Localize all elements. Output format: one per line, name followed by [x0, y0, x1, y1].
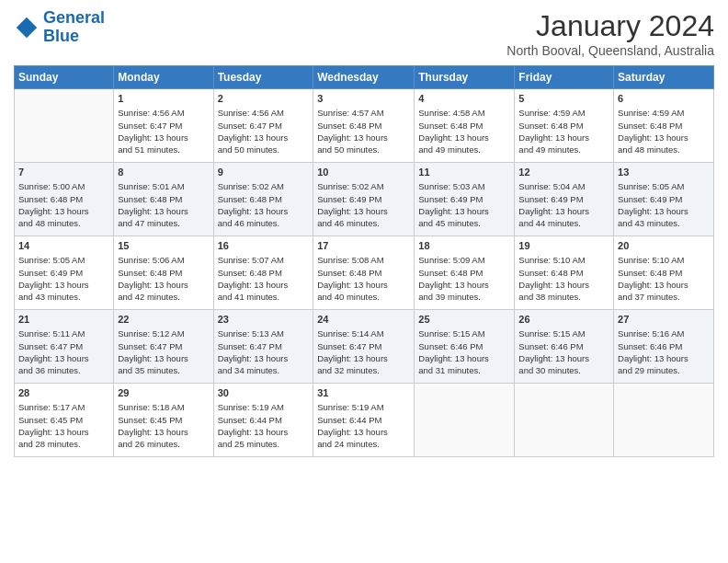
day-info-line: Sunrise: 4:59 AM — [618, 107, 710, 119]
day-number: 10 — [317, 166, 410, 179]
day-info-line: Daylight: 13 hours — [18, 279, 109, 291]
day-info-line: Sunrise: 5:11 AM — [18, 327, 109, 339]
weekday-header: Wednesday — [313, 66, 415, 89]
day-info-line: Daylight: 13 hours — [18, 352, 109, 364]
day-info-line: Sunrise: 4:58 AM — [418, 107, 510, 119]
calendar-cell — [614, 384, 714, 457]
day-info-line: Sunset: 6:48 PM — [218, 193, 310, 205]
day-info-line: Sunset: 6:47 PM — [218, 120, 310, 132]
day-info-line: Sunrise: 5:02 AM — [317, 180, 410, 192]
day-info-line: and 48 minutes. — [18, 217, 109, 229]
calendar-cell: 24Sunrise: 5:14 AMSunset: 6:47 PMDayligh… — [313, 310, 415, 384]
day-number: 29 — [118, 386, 209, 400]
day-info-line: Sunset: 6:48 PM — [317, 267, 410, 279]
day-info-line: Sunset: 6:48 PM — [618, 267, 710, 279]
calendar-cell: 1Sunrise: 4:56 AMSunset: 6:47 PMDaylight… — [114, 89, 213, 163]
day-info-line: and 34 minutes. — [218, 364, 310, 376]
day-info-line: Sunset: 6:47 PM — [118, 340, 209, 352]
day-info-line: Daylight: 13 hours — [317, 205, 410, 217]
calendar-cell: 22Sunrise: 5:12 AMSunset: 6:47 PMDayligh… — [114, 310, 213, 384]
day-info-line: Sunset: 6:49 PM — [18, 267, 109, 279]
day-info-line: Sunset: 6:49 PM — [418, 193, 510, 205]
calendar-cell: 26Sunrise: 5:15 AMSunset: 6:46 PMDayligh… — [515, 310, 614, 384]
day-info-line: Sunrise: 5:17 AM — [18, 401, 109, 413]
calendar-cell: 10Sunrise: 5:02 AMSunset: 6:49 PMDayligh… — [313, 163, 415, 236]
day-info-line: Sunset: 6:46 PM — [518, 340, 609, 352]
day-info-line: Sunrise: 5:03 AM — [418, 180, 510, 192]
day-number: 7 — [18, 166, 109, 179]
calendar-cell: 12Sunrise: 5:04 AMSunset: 6:49 PMDayligh… — [515, 163, 614, 236]
day-info-line: Daylight: 13 hours — [118, 205, 209, 217]
day-info-line: Daylight: 13 hours — [317, 426, 410, 438]
day-info-line: and 43 minutes. — [618, 217, 710, 229]
month-title: January 2024 — [506, 9, 714, 43]
day-info-line: Sunrise: 5:18 AM — [118, 401, 209, 413]
day-info-line: Sunset: 6:47 PM — [317, 340, 410, 352]
calendar-cell: 6Sunrise: 4:59 AMSunset: 6:48 PMDaylight… — [614, 89, 714, 163]
day-info-line: Sunset: 6:45 PM — [118, 414, 209, 426]
day-number: 31 — [317, 386, 410, 400]
day-info-line: Sunrise: 5:02 AM — [218, 180, 310, 192]
calendar-cell: 15Sunrise: 5:06 AMSunset: 6:48 PMDayligh… — [114, 236, 213, 310]
title-block: January 2024 North Booval, Queensland, A… — [506, 9, 714, 58]
calendar-cell: 8Sunrise: 5:01 AMSunset: 6:48 PMDaylight… — [114, 163, 213, 236]
calendar-cell: 16Sunrise: 5:07 AMSunset: 6:48 PMDayligh… — [213, 236, 313, 310]
day-info-line: Sunset: 6:48 PM — [418, 120, 510, 132]
day-info-line: Daylight: 13 hours — [518, 132, 609, 144]
day-info-line: Sunset: 6:47 PM — [18, 340, 109, 352]
day-number: 23 — [218, 313, 310, 327]
day-number: 26 — [518, 313, 609, 327]
day-info-line: Daylight: 13 hours — [317, 279, 410, 291]
calendar-cell: 20Sunrise: 5:10 AMSunset: 6:48 PMDayligh… — [614, 236, 714, 310]
weekday-header: Tuesday — [213, 66, 313, 89]
day-info-line: Daylight: 13 hours — [218, 132, 310, 144]
day-info-line: Sunset: 6:48 PM — [118, 193, 209, 205]
day-info-line: Sunrise: 4:56 AM — [118, 107, 209, 119]
calendar-cell: 21Sunrise: 5:11 AMSunset: 6:47 PMDayligh… — [15, 310, 114, 384]
day-info-line: and 31 minutes. — [418, 364, 510, 376]
day-info-line: Sunrise: 5:09 AM — [418, 254, 510, 266]
day-number: 22 — [118, 313, 209, 327]
day-info-line: Sunrise: 5:12 AM — [118, 327, 209, 339]
day-number: 4 — [418, 92, 510, 106]
day-info-line: Daylight: 13 hours — [18, 205, 109, 217]
calendar-cell: 5Sunrise: 4:59 AMSunset: 6:48 PMDaylight… — [515, 89, 614, 163]
calendar-cell: 2Sunrise: 4:56 AMSunset: 6:47 PMDaylight… — [213, 89, 313, 163]
day-number: 13 — [618, 166, 710, 179]
day-info-line: Sunrise: 5:01 AM — [118, 180, 209, 192]
day-info-line: Sunrise: 5:13 AM — [218, 327, 310, 339]
calendar-cell: 7Sunrise: 5:00 AMSunset: 6:48 PMDaylight… — [15, 163, 114, 236]
day-number: 25 — [418, 313, 510, 327]
day-info-line: and 26 minutes. — [118, 438, 209, 450]
day-info-line: and 50 minutes. — [317, 144, 410, 155]
day-number: 8 — [118, 166, 209, 179]
day-info-line: Daylight: 13 hours — [418, 132, 510, 144]
day-number: 9 — [218, 166, 310, 179]
day-number: 28 — [18, 386, 109, 400]
day-info-line: Sunrise: 5:10 AM — [518, 254, 609, 266]
day-number: 15 — [118, 239, 209, 253]
logo-icon — [14, 15, 40, 40]
day-info-line: Sunset: 6:46 PM — [418, 340, 510, 352]
day-info-line: Sunset: 6:48 PM — [317, 120, 410, 132]
day-info-line: Daylight: 13 hours — [317, 352, 410, 364]
day-info-line: Sunrise: 4:56 AM — [218, 107, 310, 119]
calendar-cell: 3Sunrise: 4:57 AMSunset: 6:48 PMDaylight… — [313, 89, 415, 163]
weekday-header: Monday — [114, 66, 213, 89]
day-info-line: Daylight: 13 hours — [118, 132, 209, 144]
day-info-line: Sunrise: 5:07 AM — [218, 254, 310, 266]
day-number: 3 — [317, 92, 410, 106]
day-number: 21 — [18, 313, 109, 327]
day-info-line: Sunset: 6:49 PM — [618, 193, 710, 205]
calendar-cell: 30Sunrise: 5:19 AMSunset: 6:44 PMDayligh… — [213, 384, 313, 457]
day-info-line: and 50 minutes. — [218, 144, 310, 155]
day-info-line: Sunset: 6:49 PM — [317, 193, 410, 205]
day-info-line: and 43 minutes. — [18, 291, 109, 303]
day-info-line: and 48 minutes. — [618, 144, 710, 155]
day-info-line: and 25 minutes. — [218, 438, 310, 450]
day-info-line: Sunset: 6:48 PM — [118, 267, 209, 279]
calendar-cell — [15, 89, 114, 163]
day-info-line: Sunset: 6:48 PM — [18, 193, 109, 205]
calendar-cell: 11Sunrise: 5:03 AMSunset: 6:49 PMDayligh… — [415, 163, 515, 236]
logo-line1: General — [43, 8, 105, 27]
